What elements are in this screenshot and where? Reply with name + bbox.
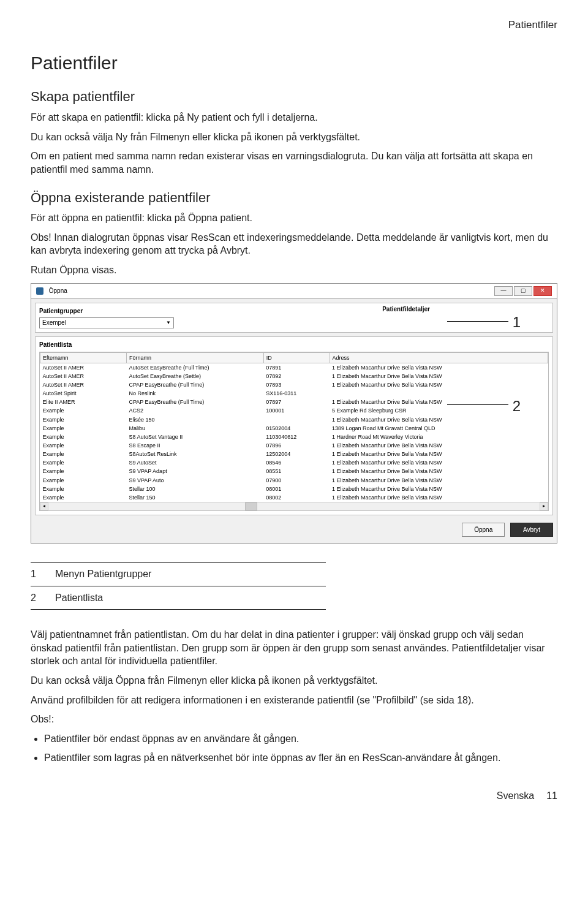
legend-text: Menyn Patientgrupper: [55, 567, 151, 581]
table-cell: 1 Elizabeth Macarthur Drive Bella Vista …: [330, 441, 548, 450]
table-row[interactable]: ExampleS9 VPAP Auto079001 Elizabeth Maca…: [40, 476, 548, 485]
section-skapa-title: Skapa patientfiler: [31, 88, 557, 106]
table-cell: 07897: [263, 398, 330, 406]
table-cell: 1 Elizabeth Macarthur Drive Bella Vista …: [330, 450, 548, 458]
table-row[interactable]: Elite II AMERCPAP EasyBreathe (Full Time…: [40, 398, 548, 406]
paragraph: Använd profilbilden för att redigera inf…: [31, 694, 557, 707]
list-item: Patientfiler som lagras på en nätverksen…: [44, 751, 557, 765]
table-cell: 07900: [263, 476, 330, 485]
table-cell: 1 Elizabeth Macarthur Drive Bella Vista …: [330, 458, 548, 467]
table-cell: CPAP EasyBreathe (Full Time): [126, 398, 263, 406]
groups-panel: Patientgrupper Exempel ▼ Patientfildetal…: [35, 303, 553, 333]
dialog-button-row: Öppna Avbryt: [31, 518, 557, 544]
cancel-button[interactable]: Avbryt: [510, 523, 553, 537]
table-cell: Stellar 150: [126, 493, 263, 502]
legend-num: 1: [31, 567, 55, 581]
maximize-button[interactable]: ▢: [514, 286, 532, 296]
table-cell: 07892: [263, 372, 330, 381]
table-cell: 1 Elizabeth Macarthur Drive Bella Vista …: [330, 381, 548, 389]
table-row[interactable]: ExampleStellar 150080021 Elizabeth Macar…: [40, 493, 548, 502]
scroll-left-icon[interactable]: ◂: [40, 502, 48, 510]
table-header-row[interactable]: Efternamn Förnamn ID Adress: [40, 352, 548, 363]
list-item: Patientfiler bör endast öppnas av en anv…: [44, 732, 557, 746]
table-cell: 100001: [263, 406, 330, 415]
obs-bullet-list: Patientfiler bör endast öppnas av en anv…: [44, 732, 557, 765]
table-cell: S8 AutoSet Vantage II: [126, 433, 263, 441]
callout-1: 1: [513, 313, 521, 332]
screenshot-figure: Öppna — ▢ ✕ Patientgrupper Exempel ▼ Pat…: [31, 283, 557, 544]
table-row[interactable]: AutoSet II AMERAutoSet EasyBreathe (Full…: [40, 363, 548, 372]
patient-table-wrap: Efternamn Förnamn ID Adress AutoSet II A…: [39, 352, 549, 511]
paragraph: För att öppna en patientfil: klicka på Ö…: [31, 211, 557, 225]
table-row[interactable]: ExampleS8 AutoSet Vantage II11030406121 …: [40, 433, 548, 441]
groups-label: Patientgrupper: [39, 307, 549, 316]
table-row[interactable]: ExampleS8 Escape II078961 Elizabeth Maca…: [40, 441, 548, 450]
page-title: Patientfiler: [31, 51, 557, 76]
table-row[interactable]: ExampleACS21000015 Example Rd Sleepburg …: [40, 406, 548, 415]
table-row[interactable]: ExampleMalibu015020041389 Logan Road Mt …: [40, 424, 548, 433]
col-firstname[interactable]: Förnamn: [126, 352, 263, 363]
window-title: Öppna: [49, 287, 67, 294]
callout-line: [447, 404, 508, 405]
legend-row: 1 Menyn Patientgrupper: [31, 562, 326, 586]
horizontal-scrollbar[interactable]: ◂ ▸: [40, 502, 548, 510]
table-cell: 01502004: [263, 424, 330, 433]
legend-text: Patientlista: [55, 591, 103, 605]
table-cell: [263, 415, 330, 424]
table-cell: Example: [40, 476, 127, 485]
table-cell: 07893: [263, 381, 330, 389]
table-cell: Example: [40, 450, 127, 458]
table-cell: 1 Hardner Road Mt Waverley Victoria: [330, 433, 548, 441]
table-cell: 1 Elizabeth Macarthur Drive Bella Vista …: [330, 476, 548, 485]
table-cell: Example: [40, 415, 127, 424]
minimize-button[interactable]: —: [494, 286, 513, 296]
table-cell: 08551: [263, 467, 330, 475]
close-button[interactable]: ✕: [533, 286, 552, 296]
table-row[interactable]: ExampleStellar 100080011 Elizabeth Macar…: [40, 485, 548, 493]
patient-table[interactable]: Efternamn Förnamn ID Adress AutoSet II A…: [40, 352, 548, 511]
table-row[interactable]: ExampleS9 VPAP Adapt085511 Elizabeth Mac…: [40, 467, 548, 475]
table-cell: AutoSet II AMER: [40, 381, 127, 389]
open-button[interactable]: Öppna: [462, 523, 505, 537]
scroll-thumb[interactable]: [245, 502, 257, 510]
table-cell: AutoSet II AMER: [40, 372, 127, 381]
table-cell: 1103040612: [263, 433, 330, 441]
col-id[interactable]: ID: [263, 352, 330, 363]
table-cell: Example: [40, 467, 127, 475]
table-cell: 08546: [263, 458, 330, 467]
table-row[interactable]: AutoSet II AMERAutoSet EasyBreathe (Sett…: [40, 372, 548, 381]
scroll-right-icon[interactable]: ▸: [540, 502, 548, 510]
table-cell: Malibu: [126, 424, 263, 433]
paragraph: Du kan också välja Öppna från Filmenyn e…: [31, 674, 557, 688]
group-dropdown[interactable]: Exempel ▼: [39, 317, 174, 328]
paragraph: Välj patientnamnet från patientlistan. O…: [31, 628, 557, 668]
col-lastname[interactable]: Efternamn: [40, 352, 127, 363]
table-cell: 1 Elizabeth Macarthur Drive Bella Vista …: [330, 363, 548, 372]
footer-page-number: 11: [546, 789, 557, 803]
table-cell: CPAP EasyBreathe (Full Time): [126, 381, 263, 389]
table-row[interactable]: ExampleS8AutoSet ResLink125020041 Elizab…: [40, 450, 548, 458]
details-label: Patientfildetaljer: [382, 305, 430, 314]
list-panel: Patientlista Efternamn Förnamn ID Adress…: [35, 336, 553, 515]
col-address[interactable]: Adress: [330, 352, 548, 363]
callout-line: [447, 321, 508, 322]
scroll-track[interactable]: [48, 502, 540, 510]
section-oppna-title: Öppna existerande patientfiler: [31, 189, 557, 207]
table-cell: 1 Elizabeth Macarthur Drive Bella Vista …: [330, 493, 548, 502]
table-cell: AutoSet II AMER: [40, 363, 127, 372]
table-row[interactable]: AutoSet SpiritNo ReslinkSX116-0311: [40, 389, 548, 398]
table-cell: Example: [40, 441, 127, 450]
table-cell: S9 AutoSet: [126, 458, 263, 467]
table-row[interactable]: ExampleElisée 1501 Elizabeth Macarthur D…: [40, 415, 548, 424]
table-row[interactable]: ExampleS9 AutoSet085461 Elizabeth Macart…: [40, 458, 548, 467]
running-header: Patientfiler: [31, 18, 557, 32]
table-cell: Example: [40, 424, 127, 433]
table-cell: SX116-0311: [263, 389, 330, 398]
table-cell: Elisée 150: [126, 415, 263, 424]
table-cell: 1 Elizabeth Macarthur Drive Bella Vista …: [330, 467, 548, 475]
page-footer: Svenska 11: [31, 789, 557, 803]
table-cell: AutoSet Spirit: [40, 389, 127, 398]
paragraph: För att skapa en patientfil: klicka på N…: [31, 111, 557, 124]
table-row[interactable]: AutoSet II AMERCPAP EasyBreathe (Full Ti…: [40, 381, 548, 389]
table-cell: No Reslink: [126, 389, 263, 398]
